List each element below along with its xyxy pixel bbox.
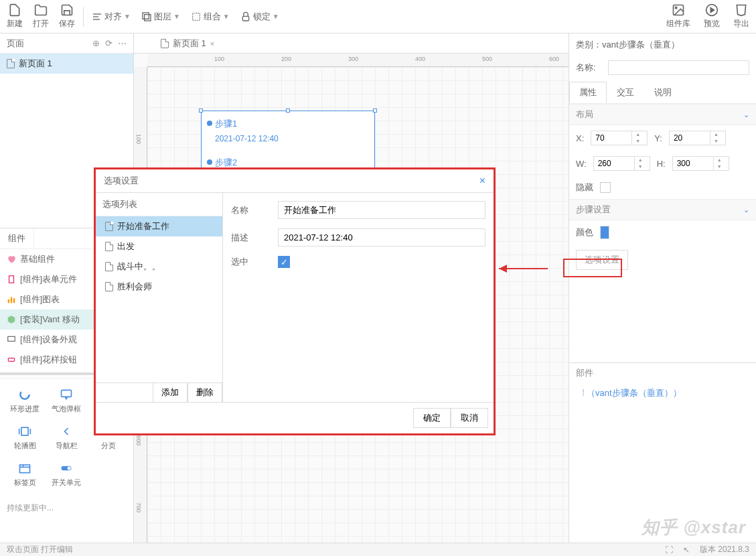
save-button[interactable]: 保存 [59,3,75,29]
status-text: 双击页面 打开编辑 [7,544,73,555]
color-swatch[interactable] [600,226,609,239]
page-item[interactable]: 新页面 1 [0,54,133,74]
layer-icon [141,11,152,22]
preview-button[interactable]: 预览 [704,3,720,29]
cancel-button[interactable]: 取消 [451,408,488,428]
up-arrow-icon[interactable]: ▲ [710,131,722,138]
list-item[interactable]: 胜利会师 [96,277,222,297]
delete-button[interactable]: 删除 [187,383,222,402]
selected-label: 选中 [231,256,278,268]
update-text: 持续更新中... [0,497,133,519]
widget-switch[interactable]: 开关单元 [47,458,86,492]
properties-panel: 类别：vant步骤条（垂直） 名称: 属性 交互 说明 布局⌄ X:▲▼ Y:▲… [569,33,756,543]
name-label: 名称 [231,204,278,216]
group-icon [191,11,202,22]
svg-rect-5 [192,13,200,20]
tab-props[interactable]: 属性 [569,82,607,103]
add-button[interactable]: 添加 [153,383,187,402]
w-input[interactable] [594,157,634,170]
close-dialog-icon[interactable]: × [479,175,485,187]
chevron-icon: ⌄ [743,206,749,214]
name-input[interactable] [278,201,485,219]
selected-checkbox[interactable] [278,256,290,268]
y-input[interactable] [670,131,710,145]
dialog-title: 选项设置 [104,175,139,187]
add-page-icon[interactable]: ⊕ [92,38,100,48]
close-tab-icon[interactable]: × [210,40,214,48]
layout-section[interactable]: 布局⌄ [569,104,756,125]
heart-icon [7,255,16,264]
list-item[interactable]: 出发 [96,236,222,257]
widget-tabs[interactable]: 标签页 [5,458,44,492]
back-icon [60,425,73,438]
tab-interact[interactable]: 交互 [607,82,644,103]
down-arrow-icon[interactable]: ▼ [710,138,722,145]
fit-icon[interactable]: ⛶ [665,545,673,555]
svg-rect-3 [143,13,149,19]
new-button[interactable]: 新建 [7,3,23,29]
svg-rect-16 [8,358,14,362]
chart-icon [7,295,16,304]
widget-bubble[interactable]: 气泡弹框 [47,384,86,418]
list-header: 选项列表 [96,193,222,216]
widget-carousel[interactable]: 轮播图 [5,421,44,455]
main-toolbar: 新建 打开 保存 对齐▼ 图层▼ 组合▼ 锁定▼ 组件库 预览 导出 [0,0,756,33]
library-button[interactable]: 组件库 [666,3,690,29]
align-dropdown[interactable]: 对齐▼ [92,11,131,23]
ok-button[interactable]: 确定 [413,408,451,428]
svg-rect-4 [145,14,151,20]
watermark: 知乎 @xstar [641,516,746,539]
save-icon [60,3,74,17]
export-button[interactable]: 导出 [733,3,749,29]
square-icon [7,355,16,364]
annotation-arrow [499,265,556,273]
up-arrow-icon[interactable]: ▲ [632,131,644,138]
file-icon [7,59,15,68]
refresh-icon[interactable]: ⟳ [105,38,112,48]
svg-rect-24 [21,427,28,435]
file-icon [105,222,113,231]
x-label: X: [576,133,584,143]
image-icon [672,3,685,17]
lock-dropdown[interactable]: 锁定▼ [240,11,279,23]
pages-header: 页面 ⊕ ⟳ ⋯ [0,33,133,54]
up-arrow-icon[interactable]: ▲ [635,157,646,163]
down-arrow-icon[interactable]: ▼ [714,163,725,170]
align-icon [92,11,102,22]
list-item[interactable]: 开始准备工作 [96,216,222,236]
down-arrow-icon[interactable]: ▼ [632,138,644,145]
open-button[interactable]: 打开 [33,3,49,29]
chevron-icon: ⌄ [743,111,749,119]
chevron-down-icon: ▼ [124,13,131,20]
group-dropdown[interactable]: 组合▼ [191,11,230,23]
outline-item[interactable]: ⦙（vant步骤条（垂直）） [569,383,756,403]
hide-checkbox[interactable] [600,182,611,193]
version-text: 版本 2021.8.3 [700,544,749,555]
list-item[interactable]: 战斗中。。 [96,257,222,277]
layer-dropdown[interactable]: 图层▼ [141,11,180,23]
folder-icon [34,3,48,17]
tab-notes[interactable]: 说明 [644,82,682,103]
desc-input[interactable] [278,228,485,247]
chevron-down-icon: ▼ [223,13,230,20]
name-input[interactable] [608,60,749,75]
widget-ring[interactable]: 环形进度 [5,384,44,418]
more-icon[interactable]: ⋯ [118,38,127,48]
cursor-icon[interactable]: ↖ [683,545,690,555]
options-dialog: 选项设置× 选项列表 开始准备工作 出发 战斗中。。 胜利会师 添加 删除 名称… [94,167,496,435]
h-input[interactable] [673,157,713,170]
options-button[interactable]: 选项设置 [576,250,628,270]
up-arrow-icon[interactable]: ▲ [714,157,725,163]
x-input[interactable] [591,131,631,145]
canvas-tab[interactable]: 新页面 1× [154,35,221,52]
down-arrow-icon[interactable]: ▼ [635,163,646,170]
widget-nav[interactable]: 导航栏 [47,421,86,455]
html-icon [735,3,748,17]
category-value: vant步骤条（垂直） [602,40,680,50]
file-icon [105,262,113,271]
svg-rect-18 [62,390,72,397]
step-section[interactable]: 步骤设置⌄ [569,199,756,220]
svg-rect-15 [8,336,15,341]
step-desc: 2021-07-12 12:40 [215,134,361,143]
components-tab[interactable]: 组件 [0,228,34,249]
